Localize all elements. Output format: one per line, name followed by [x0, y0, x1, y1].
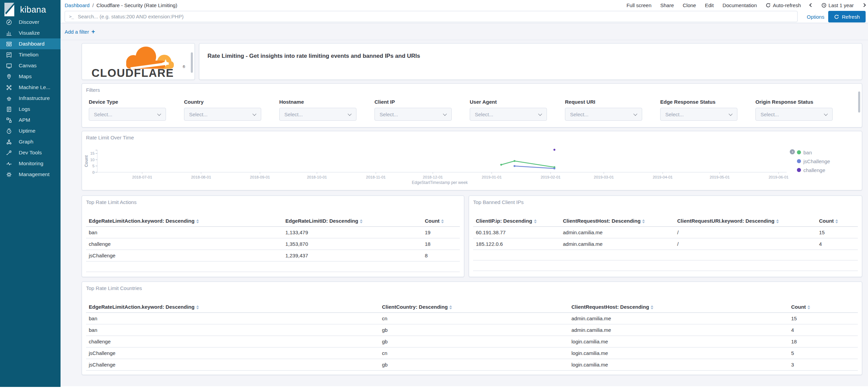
sidebar-item-uptime[interactable]: Uptime: [0, 125, 61, 136]
search-input[interactable]: [78, 14, 793, 19]
menu-edit[interactable]: Edit: [705, 2, 714, 8]
filter-select-edge-response-status[interactable]: Select...: [660, 108, 737, 121]
chevron-right-icon: [791, 151, 793, 153]
time-range-picker[interactable]: Last 1 year: [821, 2, 854, 8]
sidebar-item-infrastructure[interactable]: Infrastructure: [0, 93, 61, 104]
sidebar-nav: DiscoverVisualizeDashboardTimelionCanvas…: [0, 17, 61, 180]
panel-title: Top Banned Client IPs: [473, 199, 523, 205]
sidebar-item-canvas[interactable]: Canvas: [0, 60, 61, 71]
select-placeholder: Select...: [761, 112, 779, 117]
column-header-label: ClientRequestURI.keyword: Descending: [677, 218, 774, 224]
data-point-challenge[interactable]: [553, 149, 555, 151]
menu-documentation[interactable]: Documentation: [722, 2, 757, 8]
column-header[interactable]: ClientRequestHost: Descending: [560, 215, 674, 226]
series-line-ban: [501, 161, 554, 167]
svg-text:2019-04-01: 2019-04-01: [653, 175, 673, 179]
sidebar-item-label: Management: [19, 171, 49, 177]
table-cell: 18: [422, 238, 460, 250]
table-cell: 15: [788, 312, 858, 324]
column-header[interactable]: Count: [422, 215, 460, 226]
filter-label: Client IP: [374, 99, 452, 105]
sidebar-item-monitoring[interactable]: Monitoring: [0, 158, 61, 169]
filter-select-origin-response-status[interactable]: Select...: [755, 108, 833, 121]
column-header[interactable]: EdgeRateLimitAction.keyword: Descending: [86, 301, 379, 312]
table-cell: 4: [788, 324, 858, 336]
panel-scrollbar[interactable]: [191, 52, 193, 73]
data-point-jsChallenge[interactable]: [553, 168, 555, 170]
legend-item-challenge[interactable]: challenge: [797, 166, 830, 174]
sidebar-item-machine-le[interactable]: Machine Le...: [0, 82, 61, 93]
sidebar-item-apm[interactable]: APM: [0, 115, 61, 125]
chevron-down-icon: [348, 112, 351, 116]
data-point-ban[interactable]: [514, 160, 516, 162]
filter-field-request-uri: Request URISelect...: [565, 99, 642, 121]
column-header[interactable]: ClientIP.ip: Descending: [473, 215, 560, 226]
filter-select-device-type[interactable]: Select...: [89, 108, 166, 121]
column-header-label: ClientIP.ip: Descending: [476, 218, 532, 224]
search-box: >_: [65, 11, 798, 22]
legend-collapse-button[interactable]: [790, 149, 795, 154]
legend-item-jsChallenge[interactable]: jsChallenge: [797, 157, 830, 166]
panel-scrollbar[interactable]: [858, 91, 860, 113]
options-link[interactable]: Options: [807, 10, 824, 23]
sidebar-item-maps[interactable]: Maps: [0, 71, 61, 82]
breadcrumb-dashboard-link[interactable]: Dashboard: [65, 2, 89, 8]
table-row: challenge1,353,87018: [86, 238, 460, 250]
sidebar-item-dev-tools[interactable]: Dev Tools: [0, 147, 61, 158]
time-prev-button[interactable]: [810, 4, 813, 6]
auto-refresh-button[interactable]: Auto-refresh: [766, 2, 801, 8]
data-point-ban[interactable]: [500, 164, 502, 166]
filter-select-client-ip[interactable]: Select...: [374, 108, 452, 121]
visualize-icon: [6, 30, 12, 36]
column-header[interactable]: EdgeRateLimitAction.keyword: Descending: [86, 215, 283, 226]
menu-full-screen[interactable]: Full screen: [627, 2, 651, 8]
sort-icon: [534, 219, 537, 223]
menu-clone[interactable]: Clone: [683, 2, 696, 8]
data-point-jsChallenge[interactable]: [514, 165, 516, 167]
filter-select-user-agent[interactable]: Select...: [470, 108, 547, 121]
sidebar-item-timelion[interactable]: Timelion: [0, 49, 61, 60]
sidebar-item-label: Logs: [19, 106, 30, 112]
select-placeholder: Select...: [570, 112, 588, 117]
sidebar-item-discover[interactable]: Discover: [0, 17, 61, 28]
legend-item-ban[interactable]: ban: [797, 148, 830, 157]
sidebar-item-management[interactable]: Management: [0, 169, 61, 180]
global-nav-sidebar: kibana DiscoverVisualizeDashboardTimelio…: [0, 0, 61, 387]
panel-rate-limit-over-time: Rate Limit Over Time 0510152018-07-01201…: [82, 131, 862, 190]
table-empty-row: [473, 250, 858, 260]
timelion-icon: [6, 52, 12, 58]
filter-select-hostname[interactable]: Select...: [279, 108, 356, 121]
column-header[interactable]: ClientCountry: Descending: [379, 301, 569, 312]
column-header[interactable]: EdgeRateLimitID: Descending: [283, 215, 422, 226]
sidebar-item-visualize[interactable]: Visualize: [0, 28, 61, 38]
legend-color-dot: [797, 168, 801, 172]
filter-select-request-uri[interactable]: Select...: [565, 108, 642, 121]
sort-icon: [441, 219, 444, 223]
table-row: ban1,133,47919: [86, 226, 460, 238]
sidebar-item-dashboard[interactable]: Dashboard: [0, 38, 61, 49]
add-filter-button[interactable]: Add a filter +: [65, 23, 95, 40]
sidebar-item-graph[interactable]: Graph: [0, 136, 61, 147]
column-header[interactable]: ClientRequestHost: Descending: [569, 301, 788, 312]
chart-legend: banjsChallengechallenge: [797, 148, 830, 174]
time-next-button[interactable]: [863, 4, 865, 6]
table-row: bancnadmin.camilia.me15: [86, 312, 858, 324]
sidebar-item-logs[interactable]: Logs: [0, 104, 61, 115]
y-axis-title: Count: [84, 155, 89, 167]
filter-label: Country: [184, 99, 261, 105]
chevron-down-icon: [729, 112, 732, 116]
menu-share[interactable]: Share: [660, 2, 674, 8]
column-header[interactable]: ClientRequestURI.keyword: Descending: [674, 215, 816, 226]
table-row: jsChallengecnlogin.camilia.me5: [86, 347, 858, 359]
filter-select-country[interactable]: Select...: [184, 108, 261, 121]
kibana-logo[interactable]: kibana: [3, 2, 46, 17]
sort-icon: [196, 305, 199, 309]
panel-top-banned-client-ips: Top Banned Client IPs ClientIP.ip: Desce…: [469, 196, 862, 277]
refresh-button[interactable]: Refresh: [828, 11, 866, 22]
column-header[interactable]: Count: [816, 215, 858, 226]
table-cell: gb: [379, 324, 569, 336]
chevron-down-icon: [633, 112, 637, 116]
legend-color-dot: [797, 159, 801, 163]
column-header[interactable]: Count: [788, 301, 858, 312]
svg-text:2018-07-01: 2018-07-01: [132, 175, 152, 179]
